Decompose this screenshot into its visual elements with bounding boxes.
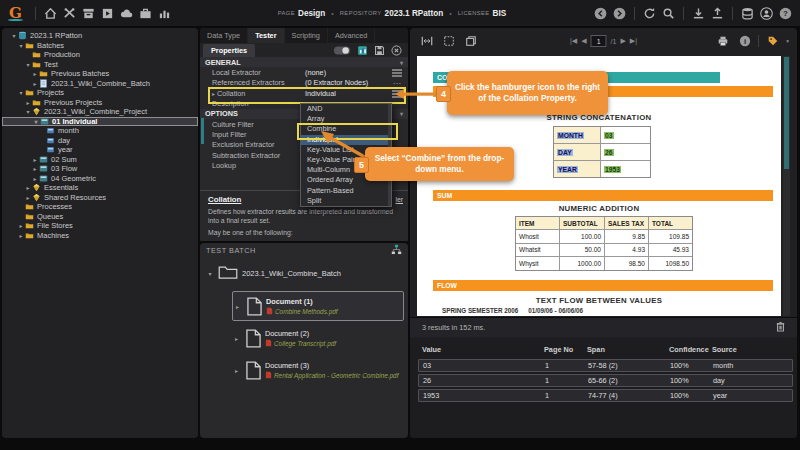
result-row[interactable]: 1953174-77 (4)100%year: [418, 389, 793, 402]
tree-item-2023-1-wiki-combine-project[interactable]: ▾2023.1_Wiki_Combine_Project: [2, 107, 198, 117]
briefcase-button[interactable]: [137, 5, 154, 22]
prev-page-button[interactable]: ◀: [581, 37, 586, 45]
tools-button[interactable]: [61, 5, 78, 22]
batch-root-folder[interactable]: ▾ 2023.1_Wiki_Combine_Batch: [206, 265, 341, 281]
expander-icon[interactable]: ▸: [31, 70, 39, 77]
next-page-button[interactable]: ▶: [620, 37, 625, 45]
tree-item-month[interactable]: month: [2, 126, 198, 136]
ellipsis-button[interactable]: …: [391, 79, 403, 87]
property-section-general[interactable]: GENERAL▾: [200, 57, 408, 67]
fit-width-button[interactable]: [418, 33, 435, 50]
print-button[interactable]: [714, 33, 731, 50]
batch-document-2[interactable]: ▸Document (2)College Transcript.pdf: [232, 323, 404, 353]
expander-icon[interactable]: ▸: [31, 175, 39, 182]
dropdown-item-pattern-based[interactable]: Pattern-Based: [301, 186, 391, 196]
tree-item-03-flow[interactable]: ▸03 Flow: [2, 164, 198, 174]
page-number-input[interactable]: [591, 35, 607, 47]
expander-icon[interactable]: ▸: [235, 367, 242, 374]
scrollbar-thumb[interactable]: [784, 57, 789, 169]
batch-document-3[interactable]: ▸Document (3)Rental Application - Geomet…: [232, 355, 404, 385]
cloud-button[interactable]: [118, 5, 135, 22]
toggle-button[interactable]: [332, 44, 352, 57]
result-row[interactable]: 26165-66 (2)100%day: [418, 374, 793, 387]
expander-icon[interactable]: ▾: [17, 89, 25, 96]
tree-item-02-sum[interactable]: ▸02 Sum: [2, 155, 198, 165]
expander-icon[interactable]: ▸: [17, 232, 25, 239]
info-button[interactable]: i: [736, 33, 753, 50]
expander-icon[interactable]: ▸: [17, 222, 25, 229]
refresh-button[interactable]: [641, 5, 658, 22]
tree-item-label: 2023.1 RPatton: [30, 31, 82, 40]
tree-item-projects[interactable]: ▾Projects: [2, 88, 198, 98]
tree-item-production[interactable]: Production: [2, 50, 198, 60]
tree-item-file-stores[interactable]: ▸File Stores: [2, 221, 198, 231]
expander-icon[interactable]: ▾: [24, 61, 32, 68]
copy-button[interactable]: [462, 33, 479, 50]
tab-advanced[interactable]: Advanced: [328, 28, 375, 43]
batch-document-1[interactable]: ▸Document (1)Combine Methods.pdf: [232, 291, 404, 321]
stats-button[interactable]: [156, 5, 173, 22]
dropdown-item-and[interactable]: AND: [301, 104, 391, 114]
tree-item-essentials[interactable]: ▸Essentials: [2, 183, 198, 193]
expander-icon[interactable]: ▸: [31, 165, 39, 172]
tab-scripting[interactable]: Scripting: [285, 28, 328, 43]
search-button[interactable]: [660, 5, 677, 22]
chevron-down-icon[interactable]: ▾: [786, 38, 789, 44]
hierarchy-icon[interactable]: [391, 244, 402, 257]
expander-icon[interactable]: ▸: [24, 184, 32, 191]
tree-item-queues[interactable]: Queues: [2, 212, 198, 222]
tree-item-previous-projects[interactable]: ▸Previous Projects: [2, 98, 198, 108]
last-page-button[interactable]: ▶|: [630, 37, 637, 45]
expander-icon[interactable]: ▾: [17, 42, 25, 49]
home-button[interactable]: [42, 5, 59, 22]
result-row[interactable]: 03157-58 (2)100%month: [418, 359, 793, 372]
select-button[interactable]: [440, 33, 457, 50]
user-button[interactable]: [758, 5, 775, 22]
tree-item-2023-1-wiki-combine-batch[interactable]: ▸2023.1_Wiki_Combine_Batch: [2, 79, 198, 89]
tree-item-01-individual[interactable]: ▾01 Individual: [2, 117, 198, 127]
tag-button[interactable]: [764, 33, 781, 50]
expander-icon[interactable]: ▸: [24, 99, 32, 106]
help-type-link[interactable]: ler: [395, 196, 403, 205]
save-button[interactable]: [373, 44, 386, 57]
back-button[interactable]: [592, 5, 609, 22]
trash-icon[interactable]: [776, 321, 785, 334]
tree-item-batches[interactable]: ▾Batches: [2, 41, 198, 51]
export-button[interactable]: [99, 5, 116, 22]
expander-icon[interactable]: ▸: [235, 335, 242, 342]
dropdown-item-split[interactable]: Split: [301, 196, 391, 206]
tab-data-type[interactable]: Data Type: [200, 28, 248, 43]
expander-icon[interactable]: ▸: [31, 80, 39, 87]
tree-item-machines[interactable]: ▸Machines: [2, 231, 198, 241]
archive-button[interactable]: [80, 5, 97, 22]
semester-text: SPRING SEMESTER 2006: [442, 307, 518, 314]
tree-item-test[interactable]: ▾Test: [2, 60, 198, 70]
download-button[interactable]: [690, 5, 707, 22]
expander-icon[interactable]: ▾: [32, 118, 40, 125]
upload-button[interactable]: [709, 5, 726, 22]
tree-item-day[interactable]: day: [2, 136, 198, 146]
tree-item-year[interactable]: year: [2, 145, 198, 155]
tree-item-shared-resources[interactable]: ▸Shared Resources: [2, 193, 198, 203]
tree-item-04-geometric[interactable]: ▸04 Geometric: [2, 174, 198, 184]
back-icon: [594, 7, 607, 20]
first-page-button[interactable]: |◀: [570, 37, 577, 45]
close-button[interactable]: [390, 44, 403, 57]
expander-icon[interactable]: ▸: [31, 156, 39, 163]
forward-button[interactable]: [611, 5, 628, 22]
viewer-scrollbar[interactable]: [783, 56, 790, 316]
expander-icon[interactable]: ▾: [24, 108, 32, 115]
database-button[interactable]: [739, 5, 756, 22]
tab-tester[interactable]: Tester: [248, 28, 284, 43]
tree-item-previous-batches[interactable]: ▸Previous Batches: [2, 69, 198, 79]
expander-icon[interactable]: ▾: [10, 32, 18, 39]
help-button[interactable]: ?: [777, 5, 794, 22]
tree-item-processes[interactable]: Processes: [2, 202, 198, 212]
tree-item-2023-1-rpatton[interactable]: ▾2023.1 RPatton: [2, 31, 198, 41]
expander-icon[interactable]: ▾: [206, 270, 214, 277]
chart-button[interactable]: [356, 44, 369, 57]
scrollbar-thumb[interactable]: [201, 118, 204, 144]
expander-icon[interactable]: ▸: [236, 303, 243, 310]
expander-icon[interactable]: ▸: [24, 194, 32, 201]
property-row-local-extractor[interactable]: Local Extractor(none): [200, 67, 408, 77]
